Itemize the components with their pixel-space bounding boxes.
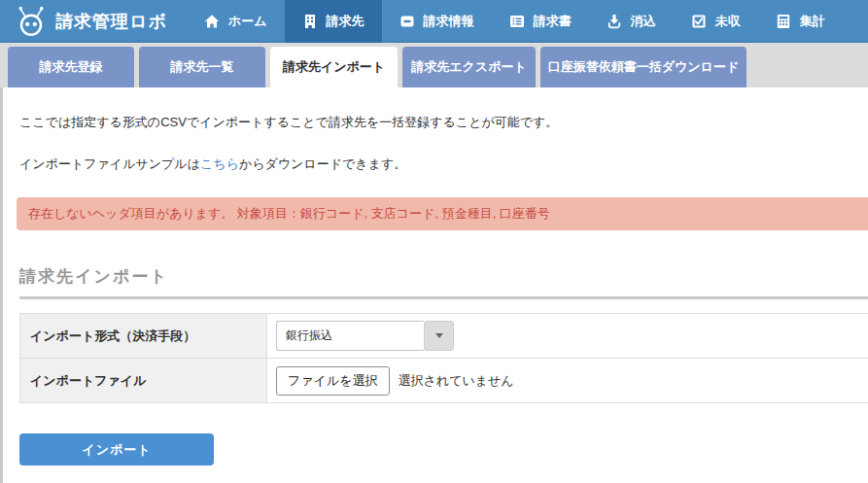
building-icon [302, 14, 318, 29]
import-form: インポート形式（決済手段） 銀行振込 インポートファイル ファイルを選択 選択さ… [19, 313, 868, 403]
main-nav: ホーム 請求先 請求情報 請求書 消込 [179, 0, 868, 43]
import-file-label: インポートファイル [19, 359, 267, 402]
sample-download-text: インポートファイルサンプルはこちらからダウンロードできます。 [19, 155, 851, 173]
tab-direct-debit-download[interactable]: 口座振替依頼書一括ダウンロード [540, 47, 746, 87]
nav-item-invoices[interactable]: 請求書 [492, 0, 589, 43]
tab-billing-list[interactable]: 請求先一覧 [139, 47, 265, 87]
form-row-import-format: インポート形式（決済手段） 銀行振込 [19, 314, 868, 359]
nav-item-home[interactable]: ホーム [187, 0, 285, 43]
nav-item-reconciliation[interactable]: 消込 [589, 0, 674, 43]
nav-item-label: 請求情報 [424, 13, 474, 30]
import-format-label: インポート形式（決済手段） [19, 314, 267, 358]
chevron-down-icon [435, 333, 443, 338]
nav-item-billing-info[interactable]: 請求情報 [382, 0, 492, 43]
tab-bar: 請求先登録 請求先一覧 請求先インポート 請求先エクスポート 口座振替依頼書一括… [0, 43, 868, 87]
robot-icon [12, 4, 51, 39]
nav-item-label: ホーム [228, 13, 267, 30]
payment-method-selected-value: 銀行振込 [276, 321, 424, 351]
nav-item-label: 請求先 [327, 13, 365, 30]
calculator-icon [776, 14, 791, 29]
app-logo[interactable]: 請求管理ロボ [0, 0, 179, 43]
error-alert: 存在しないヘッダ項目があります。 対象項目：銀行コード, 支店コード, 預金種目… [17, 197, 868, 230]
sample-suffix: からダウンロードできます。 [239, 156, 406, 171]
choose-file-button[interactable]: ファイルを選択 [276, 366, 390, 396]
nav-item-unpaid[interactable]: 未収 [674, 0, 758, 43]
form-row-import-file: インポートファイル ファイルを選択 選択されていません [19, 359, 868, 403]
nav-item-billing-destinations[interactable]: 請求先 [285, 0, 382, 43]
intro-text: ここでは指定する形式のCSVでインポートすることで請求先を一括登録することが可能… [19, 114, 851, 131]
tab-billing-export[interactable]: 請求先エクスポート [402, 47, 536, 87]
checkbox-icon [691, 14, 707, 29]
download-icon [607, 14, 622, 29]
tab-billing-import[interactable]: 請求先インポート [270, 47, 398, 87]
top-nav: 請求管理ロボ ホーム 請求先 請求情報 請求書 [0, 0, 868, 43]
payment-method-select[interactable]: 銀行振込 [276, 321, 454, 351]
nav-item-label: 未収 [715, 13, 741, 30]
nav-item-label: 消込 [631, 13, 656, 30]
content-panel: ここでは指定する形式のCSVでインポートすることで請求先を一括登録することが可能… [0, 87, 868, 483]
file-status-text: 選択されていません [399, 372, 514, 390]
import-button[interactable]: インポート [19, 433, 214, 466]
select-dropdown-button[interactable] [424, 321, 454, 351]
inbox-icon [399, 14, 415, 29]
nav-item-label: 集計 [800, 13, 825, 30]
section-title: 請求先インポート [19, 265, 868, 299]
document-list-icon [509, 14, 525, 29]
nav-item-aggregation[interactable]: 集計 [758, 0, 843, 43]
nav-item-label: 請求書 [534, 13, 572, 30]
home-icon [204, 14, 220, 29]
tab-billing-register[interactable]: 請求先登録 [8, 47, 134, 87]
sample-prefix: インポートファイルサンプルは [19, 156, 200, 171]
sample-download-link[interactable]: こちら [200, 156, 239, 171]
app-logo-text: 請求管理ロボ [55, 10, 167, 33]
